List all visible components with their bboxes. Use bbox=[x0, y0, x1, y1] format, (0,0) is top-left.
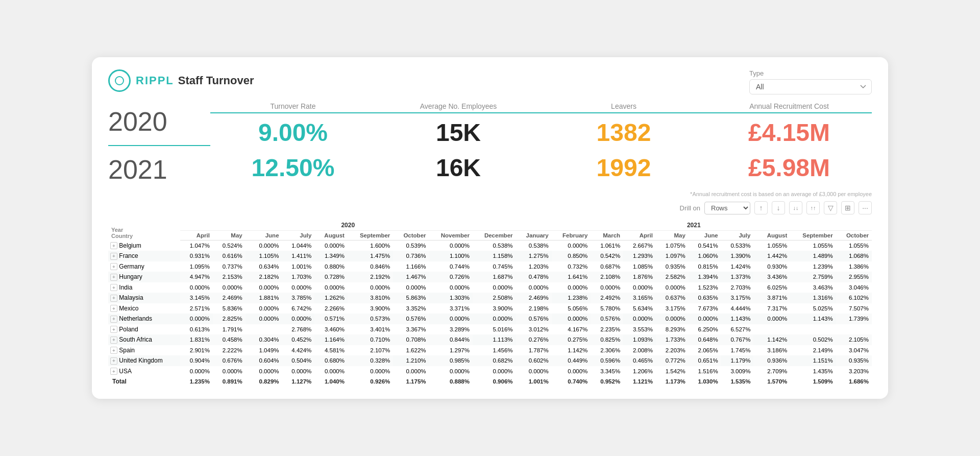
data-cell: 1.386% bbox=[836, 261, 872, 272]
total-cell: 1.175% bbox=[393, 376, 429, 387]
data-cell: 9.600% bbox=[836, 324, 872, 335]
filter-button[interactable]: ▽ bbox=[824, 201, 837, 214]
data-cell: 1.085% bbox=[623, 261, 656, 272]
sort-double-desc-button[interactable]: ↓↓ bbox=[789, 201, 802, 214]
drill-select[interactable]: Rows Columns bbox=[704, 202, 750, 214]
data-cell: 1.239% bbox=[790, 261, 836, 272]
type-filter-select[interactable]: All bbox=[749, 79, 872, 94]
data-cell: 0.772% bbox=[656, 355, 689, 366]
data-cell: 0.732% bbox=[552, 261, 591, 272]
country-name-cell: + France bbox=[108, 251, 180, 261]
expand-row-btn[interactable]: + bbox=[110, 305, 117, 312]
expand-row-btn[interactable]: + bbox=[110, 274, 117, 281]
expand-row-btn[interactable]: + bbox=[110, 316, 117, 323]
data-cell: 1.049% bbox=[246, 345, 282, 356]
expand-row-btn[interactable]: + bbox=[110, 357, 117, 365]
kpi-header-employees: Average No. Employees bbox=[376, 102, 541, 110]
kpi-val-turnover-2020: 9.00% bbox=[258, 119, 328, 146]
data-cell: 0.538% bbox=[473, 241, 516, 251]
total-cell: 1.686% bbox=[836, 376, 872, 387]
data-cell: 0.931% bbox=[180, 251, 213, 261]
data-cell: 1.055% bbox=[790, 241, 836, 251]
country-name-cell: + Belgium bbox=[108, 241, 180, 251]
drill-label: Drill on bbox=[680, 204, 700, 212]
data-cell: 2.266% bbox=[314, 303, 348, 314]
data-cell: 1.600% bbox=[348, 241, 393, 251]
data-cell: 1.164% bbox=[314, 334, 348, 345]
drill-controls: Drill on Rows Columns ↑ ↓ ↓↓ ↑↑ ▽ ⊞ ··· bbox=[108, 201, 872, 214]
data-cell: 1.349% bbox=[314, 251, 348, 261]
data-cell: 3.401% bbox=[348, 324, 393, 335]
expand-row-btn[interactable]: + bbox=[110, 347, 117, 354]
expand-row-btn[interactable]: + bbox=[110, 326, 117, 333]
data-cell: 10.377% bbox=[753, 324, 790, 335]
col-may-2020: May bbox=[213, 231, 246, 241]
expand-row-btn[interactable]: + bbox=[110, 263, 117, 270]
table-row: + Germany1.095%0.737%0.634%1.001%0.880%0… bbox=[108, 261, 872, 272]
kpi-cell-leavers-2020: 1382 bbox=[541, 119, 706, 147]
col-dec-2020: December bbox=[473, 231, 516, 241]
data-cell: 2.469% bbox=[516, 293, 552, 303]
data-cell: 0.637% bbox=[656, 293, 689, 303]
data-cell: 0.533% bbox=[721, 241, 754, 251]
data-cell: 0.744% bbox=[429, 261, 473, 272]
year-label: Year bbox=[111, 227, 177, 233]
expand-button[interactable]: ⊞ bbox=[841, 201, 854, 214]
kpi-val-turnover-2021: 12.50% bbox=[252, 154, 335, 181]
data-cell: 1.456% bbox=[473, 345, 516, 356]
data-cell: 1.142% bbox=[753, 334, 790, 345]
more-button[interactable]: ··· bbox=[859, 201, 872, 214]
data-cell: 3.175% bbox=[656, 303, 689, 314]
sort-asc-button[interactable]: ↑ bbox=[754, 201, 768, 214]
data-cell: 0.000% bbox=[552, 366, 591, 377]
country-name-cell: + South Africa bbox=[108, 334, 180, 345]
data-cell: 2.469% bbox=[213, 293, 246, 303]
data-cell: 2.203% bbox=[656, 345, 689, 356]
data-cell: 1.373% bbox=[721, 272, 754, 282]
data-cell: 1.542% bbox=[656, 366, 689, 377]
data-cell: 1.687% bbox=[473, 272, 516, 282]
data-cell: 4.444% bbox=[721, 303, 754, 314]
expand-row-btn[interactable]: + bbox=[110, 253, 117, 260]
kpi-val-cost-2021: £5.98M bbox=[748, 154, 830, 181]
kpi-val-leavers-2020: 1382 bbox=[597, 119, 651, 146]
data-cell: 6.250% bbox=[689, 324, 721, 335]
data-cell: 3.371% bbox=[429, 303, 473, 314]
data-cell: 0.000% bbox=[753, 314, 790, 324]
data-table-wrapper: Year Country 2020 2021 April May June Ju… bbox=[108, 219, 872, 387]
data-cell: 3.165% bbox=[623, 293, 656, 303]
data-cell: 0.502% bbox=[790, 334, 836, 345]
data-cell: 5.025% bbox=[790, 303, 836, 314]
data-cell: 3.810% bbox=[348, 293, 393, 303]
data-table: Year Country 2020 2021 April May June Ju… bbox=[108, 219, 872, 387]
expand-row-btn[interactable]: + bbox=[110, 368, 117, 375]
expand-row-btn[interactable]: + bbox=[110, 295, 117, 302]
data-cell: 1.475% bbox=[348, 251, 393, 261]
data-cell: 0.000% bbox=[429, 282, 473, 293]
data-cell: 1.745% bbox=[721, 345, 754, 356]
total-cell: 0.829% bbox=[246, 376, 282, 387]
page-title: Staff Turnover bbox=[178, 74, 254, 87]
sort-double-asc-button[interactable]: ↑↑ bbox=[806, 201, 820, 214]
col-oct-2020: October bbox=[393, 231, 429, 241]
expand-row-btn[interactable]: + bbox=[110, 337, 117, 344]
data-cell: 0.000% bbox=[246, 303, 282, 314]
kpi-cell-leavers-2021: 1992 bbox=[541, 155, 706, 182]
data-cell: 3.203% bbox=[836, 366, 872, 377]
data-cell: 1.297% bbox=[429, 345, 473, 356]
data-cell: 2.107% bbox=[348, 345, 393, 356]
type-filter-label: Type bbox=[749, 69, 872, 77]
data-cell: 1.303% bbox=[429, 293, 473, 303]
data-cell: 2.508% bbox=[473, 293, 516, 303]
expand-row-btn[interactable]: + bbox=[110, 242, 117, 249]
sort-desc-button[interactable]: ↓ bbox=[772, 201, 785, 214]
data-cell: 0.000% bbox=[348, 366, 393, 377]
data-cell: 1.055% bbox=[753, 241, 790, 251]
data-cell: 3.367% bbox=[393, 324, 429, 335]
data-cell: 1.739% bbox=[836, 314, 872, 324]
data-cell: 0.000% bbox=[246, 282, 282, 293]
data-cell: 1.143% bbox=[790, 314, 836, 324]
data-cell: 4.167% bbox=[552, 324, 591, 335]
data-cell: 1.047% bbox=[180, 241, 213, 251]
expand-row-btn[interactable]: + bbox=[110, 284, 117, 291]
